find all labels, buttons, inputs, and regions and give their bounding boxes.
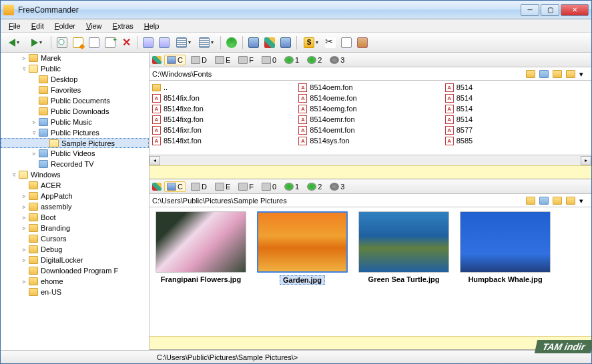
- file-item[interactable]: A8514fixr.fon: [151, 125, 297, 135]
- copy2-button[interactable]: [339, 35, 354, 50]
- tree-node[interactable]: ▹assembly: [1, 201, 149, 212]
- expander-icon[interactable]: ▹: [21, 257, 27, 263]
- list-button[interactable]: [173, 35, 194, 50]
- tree-node[interactable]: ▿Windows: [1, 169, 149, 180]
- tree-node[interactable]: en-US: [1, 287, 149, 297]
- edit-button[interactable]: [71, 35, 85, 50]
- minimize-button[interactable]: ─: [521, 4, 539, 16]
- tree-node[interactable]: ACER: [1, 180, 149, 191]
- drive-2[interactable]: 2: [304, 181, 324, 192]
- menu-help[interactable]: Help: [139, 21, 165, 31]
- menu-file[interactable]: File: [3, 21, 26, 31]
- tree-node[interactable]: ▹ehome: [1, 276, 149, 287]
- drive-D[interactable]: D: [188, 55, 210, 65]
- drive-3[interactable]: 3: [327, 55, 347, 65]
- new-button[interactable]: [103, 35, 117, 50]
- drive-E[interactable]: E: [212, 55, 233, 65]
- expander-icon[interactable]: ▹: [21, 278, 27, 285]
- forward-button[interactable]: [26, 35, 47, 50]
- refresh-button[interactable]: [224, 35, 239, 50]
- expander-icon[interactable]: ▹: [21, 193, 27, 199]
- expander-icon[interactable]: ▹: [21, 225, 27, 231]
- tree-node[interactable]: ▹Marek: [1, 53, 149, 63]
- search-button[interactable]: [55, 35, 69, 50]
- tree-node[interactable]: ▿Public: [1, 63, 149, 74]
- tree-node[interactable]: ▹Debug: [1, 244, 149, 255]
- tree-node[interactable]: ▿Public Pictures: [1, 127, 149, 138]
- tree-node[interactable]: ▹DigitalLocker: [1, 255, 149, 265]
- drive-E[interactable]: E: [212, 181, 233, 192]
- tool3-button[interactable]: [278, 35, 293, 50]
- file-item[interactable]: A8514: [444, 114, 590, 125]
- expander-icon[interactable]: ▹: [31, 119, 37, 125]
- menu-view[interactable]: View: [81, 21, 107, 31]
- expander-icon[interactable]: ▿: [21, 65, 27, 72]
- copy-button[interactable]: [87, 35, 101, 50]
- drive-C[interactable]: C: [164, 55, 186, 65]
- path-folder-icon[interactable]: [526, 197, 535, 205]
- thumbnail[interactable]: Garden.jpg: [255, 211, 350, 332]
- path-fav-icon[interactable]: [553, 70, 562, 78]
- top-file-list[interactable]: ..A8514fix.fonA8514fixe.fonA8514fixg.fon…: [150, 81, 591, 155]
- menu-extras[interactable]: Extras: [107, 21, 139, 31]
- paste-button[interactable]: [355, 35, 370, 50]
- small-list-button[interactable]: [196, 35, 217, 50]
- path-fav2-icon[interactable]: [566, 197, 575, 205]
- expander-icon[interactable]: ▹: [21, 55, 27, 61]
- split-view-button[interactable]: [157, 35, 172, 50]
- path-menu-icon[interactable]: ▾: [579, 70, 589, 78]
- thumbnail-view[interactable]: Frangipani Flowers.jpgGarden.jpgGreen Se…: [150, 207, 591, 336]
- tree-node[interactable]: ▹AppPatch: [1, 191, 149, 201]
- scroll-left-button[interactable]: ◂: [150, 156, 160, 165]
- tree-node[interactable]: Sample Pictures: [1, 138, 149, 148]
- file-item[interactable]: A8514fix.fon: [151, 93, 297, 103]
- file-item[interactable]: A8514: [444, 82, 590, 93]
- file-item[interactable]: A8514oemr.fon: [297, 114, 443, 125]
- path-folder-icon[interactable]: [526, 70, 535, 78]
- drive-2[interactable]: 2: [304, 55, 324, 65]
- thumbnail[interactable]: Frangipani Flowers.jpg: [154, 211, 248, 332]
- drive-F[interactable]: F: [236, 55, 256, 65]
- tree-node[interactable]: Cursors: [1, 233, 149, 244]
- drive-0[interactable]: 0: [259, 55, 279, 65]
- tree-node[interactable]: ▹Branding: [1, 223, 149, 233]
- maximize-button[interactable]: ▢: [541, 4, 559, 16]
- drive-1[interactable]: 1: [282, 55, 302, 65]
- drive-1[interactable]: 1: [282, 181, 302, 192]
- drive-3[interactable]: 3: [327, 181, 347, 192]
- tree-node[interactable]: Downloaded Program F: [1, 265, 149, 276]
- tree-node[interactable]: ▹Public Videos: [1, 148, 149, 159]
- drive-C[interactable]: C: [164, 181, 186, 192]
- path-history-icon[interactable]: [539, 197, 549, 205]
- cut-button[interactable]: [323, 35, 338, 50]
- drive-F[interactable]: F: [236, 181, 256, 192]
- file-item[interactable]: A8514fixg.fon: [151, 114, 297, 125]
- file-item[interactable]: A8514fixe.fon: [151, 103, 297, 114]
- tree-node[interactable]: ▹Boot: [1, 212, 149, 223]
- drive-D[interactable]: D: [188, 181, 210, 192]
- file-item[interactable]: A8514oeme.fon: [297, 93, 443, 103]
- path-history-icon[interactable]: [539, 70, 549, 78]
- expander-icon[interactable]: ▹: [21, 246, 27, 253]
- menu-edit[interactable]: Edit: [26, 21, 49, 31]
- tree-node[interactable]: Desktop: [1, 74, 149, 85]
- scroll-right-button[interactable]: ▸: [581, 156, 591, 165]
- file-item[interactable]: A8577: [444, 125, 590, 135]
- expander-icon[interactable]: ▿: [31, 129, 37, 136]
- file-item[interactable]: A8585: [444, 135, 590, 146]
- expander-icon[interactable]: ▹: [21, 214, 27, 221]
- expander-icon[interactable]: ▿: [11, 171, 17, 178]
- thumbnail[interactable]: Humpback Whale.jpg: [458, 211, 553, 332]
- delete-button[interactable]: ✕: [119, 35, 133, 50]
- drive-0[interactable]: 0: [259, 181, 279, 192]
- tree-node[interactable]: Public Downloads: [1, 106, 149, 117]
- tree-view-button[interactable]: [141, 35, 156, 50]
- tool2-button[interactable]: [262, 35, 277, 50]
- path-fav2-icon[interactable]: [566, 70, 575, 78]
- tree-node[interactable]: Favorites: [1, 85, 149, 95]
- file-item[interactable]: A8514oem.fon: [297, 82, 443, 93]
- expander-icon[interactable]: ▹: [31, 150, 37, 157]
- scroll-track[interactable]: [160, 156, 581, 165]
- file-item[interactable]: A8514fixt.fon: [151, 135, 297, 146]
- back-button[interactable]: [3, 35, 25, 50]
